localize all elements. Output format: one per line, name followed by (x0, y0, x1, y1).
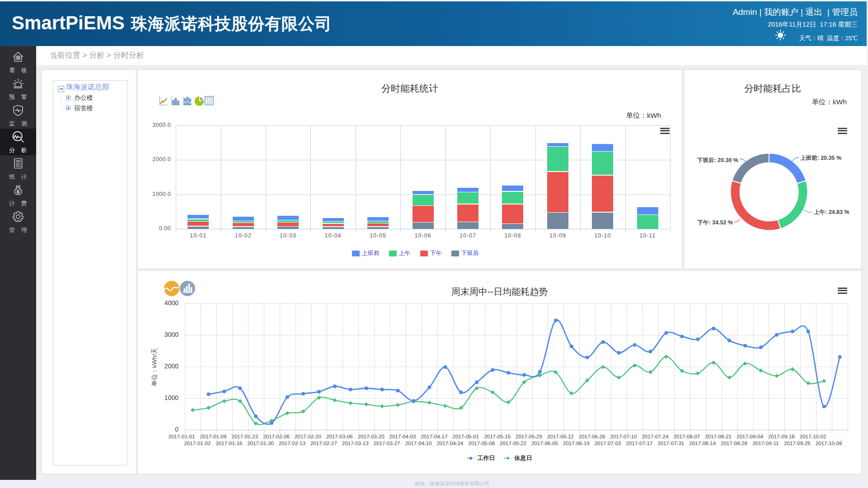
svg-text:下午: 34.52 %: 下午: 34.52 % (697, 219, 733, 226)
svg-text:下班后: 20.30 %: 下班后: 20.30 % (697, 157, 738, 163)
svg-text:上班前: 20.35 %: 上班前: 20.35 % (800, 155, 841, 161)
svg-text:上午: 24.83 %: 上午: 24.83 % (814, 209, 849, 215)
